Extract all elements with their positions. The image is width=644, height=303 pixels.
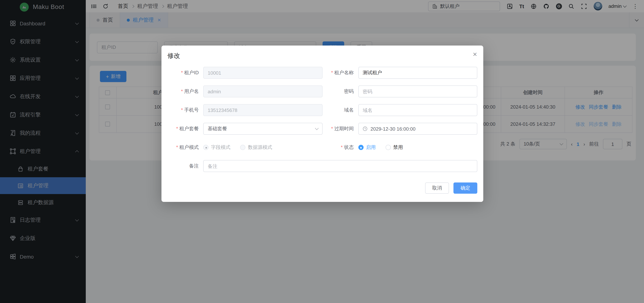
cancel-button[interactable]: 取消	[425, 182, 449, 194]
field-label-tenant-id: 租户ID	[168, 69, 203, 76]
confirm-button[interactable]: 确定	[454, 182, 477, 194]
radio-icon	[240, 145, 245, 150]
field-label-tenant-name: 租户名称	[322, 69, 358, 76]
dialog-title: 修改	[168, 52, 180, 60]
field-label-password: 密码	[322, 88, 358, 95]
expire-datetime-picker[interactable]: 2029-12-30 16:00:00	[358, 123, 477, 135]
chevron-down-icon	[315, 126, 318, 130]
edit-tenant-dialog: 修改 ✕ 租户ID 租户名称 用户名 密码	[162, 46, 483, 202]
field-label-remark: 备注	[168, 163, 203, 169]
package-select-value: 基础套餐	[208, 125, 227, 132]
app-root: Maku Boot Dashboard 权限管理 系统设置 应用管理	[0, 0, 644, 303]
field-label-status: 状态	[322, 144, 358, 151]
mode-radio-datasource: 数据源模式	[240, 144, 272, 151]
domain-input[interactable]	[358, 104, 477, 116]
mobile-input	[203, 104, 322, 116]
field-label-domain: 域名	[322, 107, 358, 113]
expire-datetime-value: 2029-12-30 16:00:00	[370, 126, 416, 132]
tenant-name-input[interactable]	[358, 67, 477, 79]
remark-input[interactable]	[203, 160, 477, 172]
mode-radio-field: 字段模式	[203, 144, 230, 151]
field-label-mobile: 手机号	[168, 107, 203, 113]
username-input	[203, 86, 322, 97]
radio-icon	[203, 145, 208, 150]
field-label-username: 用户名	[168, 88, 203, 95]
clock-icon	[362, 126, 368, 131]
radio-icon	[358, 145, 364, 150]
password-input[interactable]	[358, 86, 477, 97]
dialog-close-icon[interactable]: ✕	[473, 52, 477, 57]
field-label-mode: 租户模式	[168, 144, 203, 151]
field-label-expire: 过期时间	[322, 125, 358, 132]
status-radio-disabled[interactable]: 禁用	[386, 144, 403, 151]
dialog-form: 租户ID 租户名称 用户名 密码	[162, 63, 483, 172]
package-select[interactable]: 基础套餐	[203, 123, 322, 135]
status-radio-enabled[interactable]: 启用	[358, 144, 376, 151]
tenant-id-input	[203, 67, 322, 79]
field-label-package: 租户套餐	[168, 125, 203, 132]
radio-icon	[386, 145, 390, 150]
